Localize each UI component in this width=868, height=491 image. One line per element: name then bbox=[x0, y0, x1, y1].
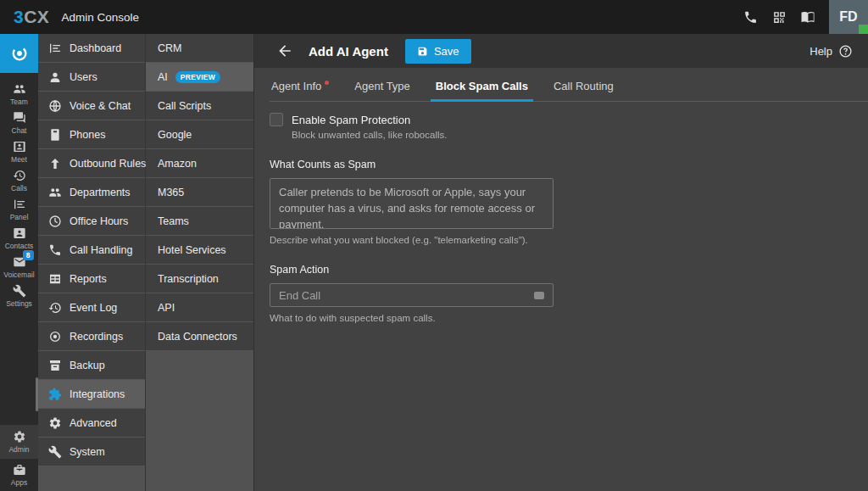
qr-code-icon bbox=[774, 12, 785, 23]
sidebar-item-label: Phones bbox=[70, 129, 105, 141]
spam-description-textarea[interactable]: Caller pretends to be Microsoft or Apple… bbox=[270, 178, 554, 229]
sidebar-item-label: Outbound Rules bbox=[70, 158, 146, 170]
agent-tabs: Agent Info Agent Type Block Spam Calls C… bbox=[270, 80, 868, 102]
submenu-item-amazon[interactable]: Amazon bbox=[146, 149, 253, 178]
tab-agent-type[interactable]: Agent Type bbox=[353, 80, 412, 101]
apps-icon bbox=[14, 465, 25, 475]
app-title: Admin Console bbox=[61, 11, 139, 24]
submenu-item-label: M365 bbox=[158, 187, 184, 198]
qr-code-button[interactable] bbox=[765, 0, 793, 34]
sidebar-item-users[interactable]: Users bbox=[38, 63, 145, 92]
documentation-button[interactable] bbox=[793, 0, 822, 34]
spam-action-select[interactable]: End Call bbox=[270, 283, 554, 307]
system-wrench-icon bbox=[49, 445, 62, 458]
admin-console-icon bbox=[13, 47, 25, 60]
sidebar-item-recordings[interactable]: Recordings bbox=[38, 322, 145, 351]
sidebar-item-label: Call Handling bbox=[70, 244, 132, 256]
rail-label: Calls bbox=[11, 184, 27, 192]
tab-block-spam-calls[interactable]: Block Spam Calls bbox=[434, 80, 530, 101]
submenu-item-api[interactable]: API bbox=[146, 293, 253, 322]
rail-item-meet[interactable]: Meet bbox=[0, 137, 38, 166]
avatar-initials: FD bbox=[839, 9, 857, 25]
sidebar-item-backup[interactable]: Backup bbox=[38, 351, 145, 380]
sidebar-item-label: System bbox=[70, 446, 105, 458]
online-status-indicator bbox=[859, 25, 868, 34]
sidebar-item-reports[interactable]: Reports bbox=[38, 265, 145, 293]
submenu-item-label: CRM bbox=[158, 42, 181, 54]
logo-cx: CX bbox=[24, 7, 49, 27]
enable-spam-protection-checkbox[interactable] bbox=[270, 113, 283, 126]
required-dot bbox=[325, 81, 329, 85]
phone-icon bbox=[745, 11, 756, 22]
tab-label: Agent Type bbox=[354, 80, 410, 92]
rail-scrollbar[interactable] bbox=[36, 377, 38, 411]
sidebar-item-integrations[interactable]: Integrations bbox=[38, 380, 145, 409]
reports-icon bbox=[50, 274, 60, 283]
back-button[interactable] bbox=[276, 42, 293, 59]
sidebar-item-dashboard[interactable]: Dashboard bbox=[38, 34, 145, 63]
rail-label: Meet bbox=[11, 155, 27, 164]
page-title: Add AI Agent bbox=[309, 44, 388, 59]
rail-item-chat[interactable]: Chat bbox=[0, 109, 38, 137]
preview-badge: PREVIEW bbox=[175, 71, 220, 83]
rail-item-apps[interactable]: Apps bbox=[0, 459, 38, 491]
submenu-item-label: API bbox=[158, 302, 175, 314]
call-history-icon bbox=[13, 170, 25, 181]
submenu-item-crm[interactable]: CRM bbox=[146, 34, 253, 63]
tab-label: Agent Info bbox=[271, 80, 321, 92]
contacts-icon bbox=[14, 228, 25, 238]
rail-item-calls[interactable]: Calls bbox=[0, 166, 38, 195]
sidebar-item-event-log[interactable]: Event Log bbox=[38, 293, 145, 322]
3cx-logo: 3CX bbox=[14, 7, 49, 27]
sidebar-item-label: Voice & Chat bbox=[70, 100, 131, 112]
sidebar-item-label: Event Log bbox=[70, 302, 117, 314]
submenu-item-teams[interactable]: Teams bbox=[146, 207, 253, 236]
submenu-item-call-scripts[interactable]: Call Scripts bbox=[146, 92, 253, 120]
help-label: Help bbox=[810, 45, 832, 58]
rail-label: Contacts bbox=[5, 242, 34, 250]
sidebar-item-outbound-rules[interactable]: Outbound Rules bbox=[38, 149, 145, 178]
rail-item-admin[interactable]: Admin bbox=[0, 425, 38, 459]
sidebar-item-advanced[interactable]: Advanced bbox=[38, 409, 145, 438]
sidebar-item-departments[interactable]: Departments bbox=[38, 178, 145, 207]
submenu-item-label: Amazon bbox=[158, 158, 197, 170]
rail-item-panel[interactable]: Panel bbox=[0, 195, 38, 224]
logo-3: 3 bbox=[14, 7, 24, 27]
rail-label: Chat bbox=[12, 126, 27, 135]
submenu-item-data-connectors[interactable]: Data Connectors bbox=[146, 322, 253, 351]
rail-item-admin-console[interactable] bbox=[0, 34, 38, 73]
softphone-button[interactable] bbox=[736, 0, 765, 34]
tab-call-routing[interactable]: Call Routing bbox=[552, 80, 615, 101]
sidebar-item-call-handling[interactable]: Call Handling bbox=[38, 236, 145, 265]
users-icon bbox=[51, 72, 60, 81]
backup-icon bbox=[50, 360, 60, 371]
save-button[interactable]: Save bbox=[405, 39, 471, 64]
rail-item-voicemail[interactable]: 8 Voicemail bbox=[0, 253, 38, 282]
rail-item-settings[interactable]: Settings bbox=[0, 282, 38, 310]
rail-label: Panel bbox=[10, 213, 29, 221]
main-content: Add AI Agent Save Help Agent Info Agent … bbox=[254, 34, 868, 491]
submenu-item-ai[interactable]: AI PREVIEW bbox=[146, 63, 253, 92]
sidebar-item-label: Users bbox=[70, 71, 97, 83]
tab-agent-info[interactable]: Agent Info bbox=[270, 80, 331, 101]
submenu-item-m365[interactable]: M365 bbox=[146, 178, 253, 207]
sidebar-item-office-hours[interactable]: Office Hours bbox=[38, 207, 145, 236]
chat-icon bbox=[14, 112, 25, 123]
spam-action-value: End Call bbox=[279, 289, 320, 302]
user-avatar[interactable]: FD bbox=[829, 0, 868, 34]
panel-icon bbox=[14, 200, 25, 209]
top-bar: 3CX Admin Console FD bbox=[0, 0, 868, 34]
submenu-item-hotel-services[interactable]: Hotel Services bbox=[146, 236, 253, 265]
help-button[interactable]: Help bbox=[810, 44, 853, 59]
sidebar-item-voice-chat[interactable]: Voice & Chat bbox=[38, 92, 145, 120]
submenu-item-label: Transcription bbox=[158, 273, 219, 285]
save-icon bbox=[419, 47, 427, 55]
handset-icon bbox=[50, 244, 60, 254]
sidebar-item-system[interactable]: System bbox=[38, 438, 145, 466]
rail-item-team[interactable]: Team bbox=[0, 80, 38, 109]
submenu-item-label: AI bbox=[158, 71, 168, 83]
sidebar-item-phones[interactable]: Phones bbox=[38, 120, 145, 149]
submenu-item-transcription[interactable]: Transcription bbox=[146, 265, 253, 293]
rail-item-contacts[interactable]: Contacts bbox=[0, 224, 38, 253]
submenu-item-google[interactable]: Google bbox=[146, 120, 253, 149]
